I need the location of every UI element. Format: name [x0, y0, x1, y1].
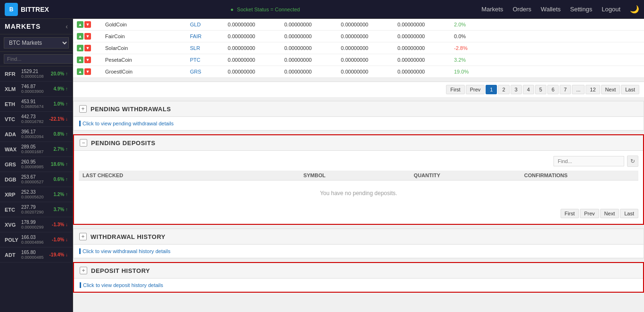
row-icons: ▲ ▼ [77, 33, 105, 40]
sell-icon[interactable]: ▼ [84, 57, 91, 63]
nav-markets[interactable]: Markets [481, 6, 503, 13]
buy-icon[interactable]: ▲ [77, 68, 83, 75]
market-row[interactable]: ▲ ▼ SolarCoin SLR 0.00000000 0.00000000 … [73, 42, 644, 54]
pending-withdrawals-subtitle[interactable]: Click to view pending withdrawal details [79, 121, 638, 126]
withdrawal-history-subtitle[interactable]: Click to view withdrawal history details [79, 248, 638, 254]
coin-symbol[interactable]: GLD [190, 22, 228, 27]
withdrawal-history-header[interactable]: + WITHDRAWAL HISTORY [74, 229, 644, 245]
pending-deposits-header[interactable]: − PENDING DEPOSITS [74, 135, 643, 151]
market-row[interactable]: ▲ ▼ PesetaCoin PTC 0.00000000 0.00000000… [73, 54, 644, 66]
deposit-history-toggle[interactable]: + [80, 267, 87, 274]
deposits-next-btn[interactable]: Next [600, 209, 619, 218]
val1: 0.00000000 [228, 33, 284, 39]
nav-logout[interactable]: Logout [602, 6, 620, 13]
page-2-btn[interactable]: 2 [498, 85, 509, 94]
deposit-history-title: DEPOSIT HISTORY [91, 267, 150, 274]
sell-icon[interactable]: ▼ [84, 68, 91, 75]
val3: 0.00000000 [341, 33, 397, 39]
page-3-btn[interactable]: 3 [511, 85, 522, 94]
deposits-first-btn[interactable]: First [561, 209, 579, 218]
page-6-btn[interactable]: 6 [547, 85, 559, 94]
pending-withdrawals-title: PENDING WITHDRAWALS [91, 106, 171, 113]
market-row[interactable]: ▲ ▼ FairCoin FAIR 0.00000000 0.00000000 … [73, 31, 644, 42]
sidebar-item-vtc[interactable]: VTC 442.73 0.00016782 -22.1% ↓ [0, 112, 73, 127]
market-row[interactable]: ▲ ▼ GoldCoin GLD 0.00000000 0.00000000 0… [73, 19, 644, 31]
sidebar-title: MARKETS [5, 23, 41, 30]
sell-icon[interactable]: ▼ [84, 21, 91, 28]
coin-symbol[interactable]: FAIR [190, 33, 228, 39]
sidebar-item-grs[interactable]: GRS 260.95 0.00008985 18.6% ↑ [0, 157, 73, 172]
pending-withdrawals-header[interactable]: + PENDING WITHDRAWALS [74, 101, 644, 117]
prev-page-btn[interactable]: Prev [466, 85, 485, 94]
deposits-last-btn[interactable]: Last [620, 209, 638, 218]
coin-price-btc: 0.06805674 [21, 104, 47, 109]
page-1-btn[interactable]: 1 [486, 85, 497, 94]
withdrawal-history-toggle[interactable]: + [79, 233, 87, 240]
coin-symbol[interactable]: GRS [190, 69, 228, 74]
sidebar-find-input[interactable] [4, 54, 73, 64]
sidebar: MARKETS ‹ BTC Markets ETH Markets USDT M… [0, 19, 73, 312]
coin-price-usd: 1529.21 [21, 69, 47, 74]
coin-change: 0.8% ↑ [47, 131, 68, 137]
theme-toggle-icon[interactable]: 🌙 [630, 5, 639, 14]
coin-price-btc: 0.00000527 [21, 180, 47, 184]
sell-icon[interactable]: ▼ [84, 33, 91, 40]
pending-withdrawals-toggle[interactable]: + [79, 105, 87, 113]
coin-price-usd: 166.03 [21, 235, 47, 240]
page-4-btn[interactable]: 4 [523, 85, 534, 94]
coin-name: ETH [5, 101, 21, 107]
coin-price-usd: 252.33 [21, 189, 47, 195]
coin-symbol[interactable]: SLR [190, 45, 228, 51]
sidebar-collapse-icon[interactable]: ‹ [66, 23, 68, 30]
nav-settings[interactable]: Settings [570, 6, 592, 13]
buy-icon[interactable]: ▲ [77, 57, 83, 63]
sidebar-item-wax[interactable]: WAX 289.05 0.00001687 2.7% ↑ [0, 142, 73, 157]
buy-icon[interactable]: ▲ [77, 21, 83, 28]
last-page-btn[interactable]: Last [621, 85, 639, 94]
coin-name: DGB [5, 177, 21, 182]
sidebar-item-eth[interactable]: ETH 453.91 0.06805674 1.0% ↑ [0, 97, 73, 112]
coin-change: 18.6% ↑ [47, 162, 68, 167]
deposits-refresh-btn[interactable]: ↻ [627, 156, 638, 167]
sidebar-item-xvg[interactable]: XVG 178.99 0.00000299 -1.3% ↓ [0, 217, 73, 232]
deposit-history-body: Click to view deposit history details [74, 279, 643, 292]
sidebar-item-ada[interactable]: ADA 396.17 0.00002094 0.8% ↑ [0, 127, 73, 142]
sidebar-item-dgb[interactable]: DGB 253.67 0.00000527 0.6% ↑ [0, 172, 73, 187]
sidebar-item-adt[interactable]: ADT 165.80 0.00000485 -19.4% ↓ [0, 247, 73, 263]
deposit-history-subtitle[interactable]: Click to view deposit history details [80, 282, 637, 288]
socket-dot: ● [231, 7, 234, 12]
nav-wallets[interactable]: Wallets [541, 6, 561, 13]
coin-symbol[interactable]: PTC [190, 57, 228, 63]
deposit-history-header[interactable]: + DEPOSIT HISTORY [74, 263, 643, 279]
coin-change: 3.7% ↑ [47, 207, 68, 212]
logo-icon: B [5, 3, 18, 16]
market-row[interactable]: ▲ ▼ GroestlCoin GRS 0.00000000 0.0000000… [73, 66, 644, 78]
coin-name: SolarCoin [105, 45, 190, 51]
sidebar-item-xlm[interactable]: XLM 746.87 0.00003900 4.9% ↑ [0, 82, 73, 97]
sidebar-item-xrp[interactable]: XRP 252.33 0.00005620 1.2% ↑ [0, 187, 73, 202]
sidebar-item-poly[interactable]: POLY 166.03 0.00004896 -1.0% ↓ [0, 232, 73, 247]
coin-price-usd: 442.73 [21, 114, 47, 119]
pending-withdrawals-panel: + PENDING WITHDRAWALS Click to view pend… [73, 101, 644, 131]
sidebar-item-etc[interactable]: ETC 237.79 0.00207290 3.7% ↑ [0, 202, 73, 217]
sell-icon[interactable]: ▼ [84, 45, 91, 51]
market-dropdown[interactable]: BTC Markets ETH Markets USDT Markets [4, 37, 69, 49]
first-page-btn[interactable]: First [446, 85, 464, 94]
buy-icon[interactable]: ▲ [77, 33, 83, 40]
deposits-find-input[interactable] [553, 156, 624, 166]
next-page-btn[interactable]: Next [601, 85, 620, 94]
nav-orders[interactable]: Orders [512, 6, 531, 13]
buy-icon[interactable]: ▲ [77, 45, 83, 51]
sidebar-item-rfr[interactable]: RFR 1529.21 0.00000108 20.0% ↑ [0, 66, 73, 82]
page-5-btn[interactable]: 5 [535, 85, 546, 94]
pending-deposits-toggle[interactable]: − [80, 139, 87, 147]
sidebar-list: RFR 1529.21 0.00000108 20.0% ↑ XLM 746.8… [0, 66, 73, 312]
val1: 0.00000000 [228, 69, 284, 74]
pct-change: 2.0% [454, 22, 492, 27]
withdrawal-history-title: WITHDRAWAL HISTORY [91, 233, 165, 240]
col-quantity: QUANTITY [414, 172, 524, 178]
val2: 0.00000000 [284, 69, 341, 74]
page-7-btn[interactable]: 7 [560, 85, 571, 94]
deposits-prev-btn[interactable]: Prev [580, 209, 599, 218]
page-12-btn[interactable]: 12 [586, 85, 600, 94]
